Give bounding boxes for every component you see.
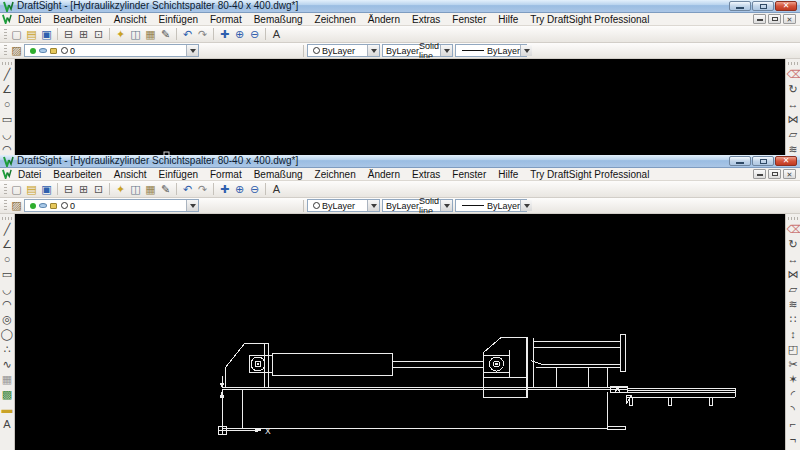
menu--ndern[interactable]: Ändern bbox=[362, 168, 406, 181]
color-dropdown-arrow[interactable] bbox=[367, 200, 379, 211]
hatch-icon[interactable]: ▦ bbox=[1, 373, 14, 386]
pattern-icon[interactable]: ∷ bbox=[787, 313, 800, 326]
lineweight-dropdown[interactable]: ByLayer bbox=[455, 199, 527, 212]
doc-close-button[interactable]: ✕ bbox=[783, 14, 796, 24]
delete-icon[interactable]: ⌫ bbox=[787, 223, 800, 236]
undo-icon[interactable]: ↶ bbox=[181, 183, 194, 196]
layers-preview-icon[interactable]: A bbox=[270, 183, 283, 196]
linestyle-dropdown-arrow[interactable] bbox=[440, 45, 452, 56]
color-dropdown[interactable]: ByLayer bbox=[307, 44, 380, 57]
chamfer-icon[interactable]: ⌐ bbox=[787, 418, 800, 431]
layer-dropdown-arrow[interactable] bbox=[186, 200, 198, 211]
restore-button[interactable] bbox=[752, 1, 774, 11]
polyline-icon[interactable]: ∠ bbox=[1, 238, 14, 251]
arc-icon[interactable]: ◡ bbox=[1, 283, 14, 296]
copy-entity-icon[interactable]: ▱ bbox=[787, 283, 800, 296]
doc-close-button[interactable]: ✕ bbox=[783, 169, 796, 179]
menu-hilfe[interactable]: Hilfe bbox=[492, 168, 524, 181]
zoom-in-icon[interactable]: ⊕ bbox=[233, 183, 246, 196]
linestyle-dropdown[interactable]: ByLayer Solid line bbox=[382, 199, 453, 212]
doc-restore-button[interactable] bbox=[768, 169, 781, 179]
print-settings-icon[interactable]: ⊞ bbox=[77, 183, 90, 196]
scale-icon[interactable]: ◰ bbox=[787, 343, 800, 356]
menu-bearbeiten[interactable]: Bearbeiten bbox=[47, 168, 107, 181]
undo-icon[interactable]: ↶ bbox=[181, 28, 194, 41]
print-icon[interactable]: ⊟ bbox=[62, 28, 75, 41]
layers-manager-icon[interactable]: ▨ bbox=[10, 199, 23, 212]
color-dropdown[interactable]: ByLayer bbox=[307, 199, 380, 212]
chamfer-2-icon[interactable]: ¬ bbox=[787, 433, 800, 446]
open-file-icon[interactable]: ▤ bbox=[25, 28, 38, 41]
toolbar-grip[interactable] bbox=[4, 184, 7, 195]
toolbar-grip[interactable] bbox=[4, 200, 7, 211]
offset-icon[interactable]: ≋ bbox=[787, 143, 800, 155]
rotate-icon[interactable]: ↻ bbox=[787, 83, 800, 96]
fillet-2-icon[interactable]: ◝ bbox=[787, 403, 800, 416]
move-icon[interactable]: ↔ bbox=[787, 253, 800, 266]
trim-icon[interactable]: ✂ bbox=[787, 358, 800, 371]
ellipse-icon[interactable]: ◯ bbox=[1, 328, 14, 341]
menu-fenster[interactable]: Fenster bbox=[446, 168, 492, 181]
lineweight-dropdown-arrow[interactable] bbox=[520, 200, 532, 211]
offset-icon[interactable]: ≋ bbox=[787, 298, 800, 311]
close-button[interactable]: ✕ bbox=[775, 156, 797, 166]
polyline-icon[interactable]: ∠ bbox=[1, 83, 14, 96]
menu--ndern[interactable]: Ändern bbox=[362, 13, 406, 26]
move-icon[interactable]: ↔ bbox=[787, 98, 800, 111]
menu-zeichnen[interactable]: Zeichnen bbox=[309, 168, 362, 181]
titlebar[interactable]: DraftSight - [Hydraulikzylinder Schichts… bbox=[0, 0, 800, 13]
layers-manager-icon[interactable]: ▨ bbox=[10, 44, 23, 57]
titlebar[interactable]: DraftSight - [Hydraulikzylinder Schichts… bbox=[0, 155, 800, 168]
menu-ansicht[interactable]: Ansicht bbox=[108, 168, 153, 181]
menu-hilfe[interactable]: Hilfe bbox=[492, 13, 524, 26]
properties-painter-icon[interactable]: ✦ bbox=[114, 183, 127, 196]
print-settings-icon[interactable]: ⊞ bbox=[77, 28, 90, 41]
toolbar-grip[interactable] bbox=[788, 62, 799, 65]
rectangle-icon[interactable]: ▭ bbox=[1, 113, 14, 126]
properties-painter-icon[interactable]: ✦ bbox=[114, 28, 127, 41]
drawing-canvas[interactable]: X bbox=[15, 214, 785, 450]
copy-icon[interactable]: ◫ bbox=[129, 183, 142, 196]
layers-preview-icon[interactable]: A bbox=[270, 28, 283, 41]
arc-icon[interactable]: ◡ bbox=[1, 128, 14, 141]
mirror-icon[interactable]: ⋈ bbox=[787, 113, 800, 126]
doc-restore-button[interactable] bbox=[768, 14, 781, 24]
layer-dropdown-arrow[interactable] bbox=[186, 45, 198, 56]
insert-block-icon[interactable]: ▩ bbox=[1, 388, 14, 401]
rectangle-icon[interactable]: ▭ bbox=[1, 268, 14, 281]
zoom-in-icon[interactable]: ⊕ bbox=[233, 28, 246, 41]
minimize-button[interactable] bbox=[729, 1, 751, 11]
draw-pen-icon[interactable]: ✎ bbox=[159, 183, 172, 196]
lineweight-dropdown[interactable]: ByLayer bbox=[455, 44, 527, 57]
menu-format[interactable]: Format bbox=[204, 168, 248, 181]
copy-icon[interactable]: ◫ bbox=[129, 28, 142, 41]
explode-icon[interactable]: ✶ bbox=[787, 373, 800, 386]
menu-format[interactable]: Format bbox=[204, 13, 248, 26]
tangent-arc-icon[interactable]: ◠ bbox=[1, 298, 14, 311]
color-dropdown-arrow[interactable] bbox=[367, 45, 379, 56]
new-file-icon[interactable]: ▢ bbox=[10, 28, 23, 41]
menu-bema-ung[interactable]: Bemaßung bbox=[248, 168, 309, 181]
paste-icon[interactable]: ▦ bbox=[144, 28, 157, 41]
menu-einf-gen[interactable]: Einfügen bbox=[153, 13, 204, 26]
pan-icon[interactable]: ✚ bbox=[218, 183, 231, 196]
copy-entity-icon[interactable]: ▱ bbox=[787, 128, 800, 141]
save-icon[interactable]: ▣ bbox=[40, 28, 53, 41]
minimize-button[interactable] bbox=[729, 156, 751, 166]
toolbar-grip[interactable] bbox=[4, 45, 7, 56]
print-preview-icon[interactable]: ⊡ bbox=[92, 28, 105, 41]
paste-icon[interactable]: ▦ bbox=[144, 183, 157, 196]
menu-einf-gen[interactable]: Einfügen bbox=[153, 168, 204, 181]
circle-icon[interactable]: ○ bbox=[1, 253, 14, 266]
close-button[interactable]: ✕ bbox=[775, 1, 797, 11]
note-icon[interactable]: A bbox=[1, 418, 14, 431]
menu-zeichnen[interactable]: Zeichnen bbox=[309, 13, 362, 26]
layer-dropdown[interactable]: 0 bbox=[24, 199, 199, 212]
region-icon[interactable]: ▬ bbox=[1, 403, 14, 416]
print-icon[interactable]: ⊟ bbox=[62, 183, 75, 196]
doc-minimize-button[interactable] bbox=[753, 14, 766, 24]
layer-dropdown[interactable]: 0 bbox=[24, 44, 199, 57]
drawing-canvas[interactable] bbox=[15, 59, 785, 155]
point-icon[interactable]: ∴ bbox=[1, 343, 14, 356]
zoom-out-icon[interactable]: ⊖ bbox=[248, 28, 261, 41]
